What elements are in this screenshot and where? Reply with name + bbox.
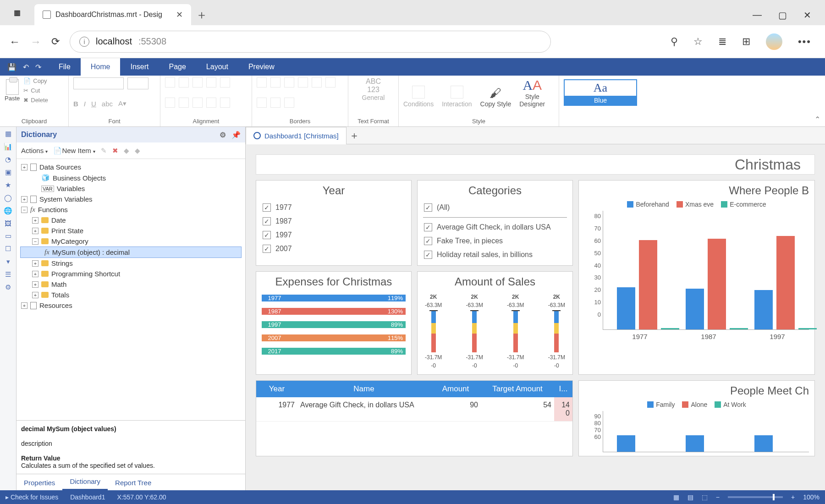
delete-button[interactable]: ✖Delete bbox=[23, 97, 48, 104]
node-programming[interactable]: Programming Shortcut bbox=[51, 270, 120, 278]
cat-retail[interactable]: Holiday retail sales, in billions bbox=[437, 251, 533, 259]
node-variables[interactable]: Variables bbox=[57, 185, 85, 192]
reload-button[interactable]: ⟳ bbox=[51, 36, 60, 48]
zoom-out-button[interactable]: − bbox=[716, 493, 720, 501]
tab-insert[interactable]: Insert bbox=[120, 58, 159, 76]
card-sales[interactable]: Amount of Sales 2K-63.3M-31.7M-02K-63.3M… bbox=[417, 271, 573, 375]
tool-gauge-icon[interactable]: ◔ bbox=[5, 155, 11, 164]
add-page-button[interactable]: ＋ bbox=[346, 129, 362, 142]
interaction-button[interactable]: Interaction bbox=[442, 86, 472, 108]
font-color-button[interactable]: A▾ bbox=[118, 99, 126, 108]
align-right-icon[interactable] bbox=[192, 77, 203, 88]
page-report-tree[interactable]: Report Tree bbox=[108, 475, 159, 490]
underline-button[interactable]: U bbox=[91, 100, 96, 108]
dictionary-tree[interactable]: +Data Sources 🧊Business Objects VARVaria… bbox=[16, 159, 245, 420]
style-gallery-selected[interactable]: Aa Blue bbox=[564, 79, 637, 106]
move-up-icon[interactable]: ◆ bbox=[124, 147, 129, 155]
maximize-icon[interactable]: ▢ bbox=[778, 10, 787, 21]
save-icon[interactable]: 💾 bbox=[7, 63, 16, 71]
node-system-variables[interactable]: System Variables bbox=[39, 195, 93, 203]
close-window-icon[interactable]: ✕ bbox=[803, 10, 811, 21]
border-t-icon[interactable] bbox=[284, 77, 294, 88]
strike-button[interactable]: abc bbox=[102, 100, 113, 108]
page-properties[interactable]: Properties bbox=[16, 475, 62, 490]
border-l-icon[interactable] bbox=[270, 77, 280, 88]
tool-list-icon[interactable]: ☰ bbox=[5, 270, 11, 279]
cat-all[interactable]: (All) bbox=[437, 203, 450, 212]
copy-button[interactable]: 📄Copy bbox=[23, 77, 48, 84]
move-down-icon[interactable]: ◆ bbox=[135, 147, 140, 155]
year-1977[interactable]: 1977 bbox=[275, 203, 292, 212]
browser-tab-active[interactable]: DashboardChristmas.mrt - Desig ✕ bbox=[34, 4, 191, 25]
font-size-select[interactable] bbox=[127, 77, 148, 89]
card-where-chart[interactable]: Where People B Beforehand Xmas eve E-com… bbox=[578, 180, 815, 375]
undo-icon[interactable]: ↶ bbox=[23, 63, 29, 71]
border-none-icon[interactable] bbox=[325, 77, 336, 88]
close-icon[interactable]: ✕ bbox=[176, 10, 183, 20]
node-my-category[interactable]: MyCategory bbox=[51, 237, 88, 245]
view-mode-icon[interactable]: ▦ bbox=[673, 493, 679, 501]
border-style-icon[interactable] bbox=[284, 98, 294, 108]
border-r-icon[interactable] bbox=[298, 77, 308, 88]
tool-progress-icon[interactable]: ◯ bbox=[4, 194, 12, 202]
collections-icon[interactable]: ⊞ bbox=[742, 36, 750, 48]
favorites-list-icon[interactable]: ≣ bbox=[718, 36, 726, 48]
year-2007[interactable]: 2007 bbox=[275, 245, 292, 253]
zoom-slider[interactable] bbox=[728, 496, 783, 498]
node-math[interactable]: Math bbox=[51, 280, 66, 288]
year-1987[interactable]: 1987 bbox=[275, 217, 292, 225]
node-resources[interactable]: Resources bbox=[39, 301, 72, 309]
align-center-icon[interactable] bbox=[179, 77, 189, 88]
node-date[interactable]: Date bbox=[51, 216, 66, 224]
more-menu-icon[interactable]: ••• bbox=[798, 36, 811, 48]
delete-item-icon[interactable]: ✖ bbox=[112, 147, 118, 155]
border-all-icon[interactable] bbox=[257, 77, 267, 88]
tool-text-icon[interactable]: ▭ bbox=[5, 232, 11, 240]
indent-icon[interactable] bbox=[206, 98, 216, 108]
cat-tree[interactable]: Fake Tree, in pieces bbox=[437, 237, 503, 245]
tool-more-icon[interactable]: ⚙ bbox=[5, 283, 11, 291]
pin-icon[interactable]: 📌 bbox=[231, 131, 241, 139]
node-functions[interactable]: Functions bbox=[38, 206, 68, 214]
rotate-icon[interactable] bbox=[206, 77, 216, 88]
node-print-state[interactable]: Print State bbox=[51, 227, 83, 235]
collapse-ribbon-icon[interactable]: ⌃ bbox=[810, 112, 825, 126]
style-designer-button[interactable]: AAStyle Designer bbox=[519, 77, 545, 108]
textformat-general[interactable]: General bbox=[353, 94, 394, 101]
new-tab-button[interactable]: ＋ bbox=[191, 4, 212, 25]
view-units-icon[interactable]: ⬚ bbox=[702, 493, 708, 501]
cat-gift[interactable]: Average Gift Check, in dollars USA bbox=[437, 223, 551, 231]
conditions-button[interactable]: Conditions bbox=[403, 86, 434, 108]
favorite-icon[interactable]: ☆ bbox=[693, 36, 703, 48]
actions-menu[interactable]: Actions ▾ bbox=[21, 147, 48, 154]
cut-button[interactable]: ✂Cut bbox=[23, 87, 48, 94]
node-business-objects[interactable]: Business Objects bbox=[53, 174, 106, 182]
zoom-value[interactable]: 100% bbox=[803, 493, 820, 501]
edit-icon[interactable]: ✎ bbox=[101, 147, 107, 155]
card-meet-chart[interactable]: People Meet Ch Family Alone At Work 9080… bbox=[578, 380, 815, 456]
tab-file[interactable]: File bbox=[49, 58, 81, 76]
year-1997[interactable]: 1997 bbox=[275, 231, 292, 239]
tab-overview-icon[interactable]: ▦ bbox=[0, 0, 34, 25]
italic-button[interactable]: I bbox=[84, 100, 86, 108]
valign-mid-icon[interactable] bbox=[179, 98, 189, 108]
tab-home[interactable]: Home bbox=[81, 58, 121, 76]
tool-image-icon[interactable]: 🖼 bbox=[5, 219, 11, 227]
copy-style-button[interactable]: 🖌Copy Style bbox=[480, 86, 512, 108]
font-family-select[interactable] bbox=[73, 77, 124, 89]
card-expenses[interactable]: Expenses for Christmas 1977119%1987130%1… bbox=[256, 271, 412, 375]
tool-chart-icon[interactable]: 📊 bbox=[4, 142, 12, 151]
view-grid-icon[interactable]: ▤ bbox=[688, 493, 693, 501]
tab-layout[interactable]: Layout bbox=[196, 58, 238, 76]
minimize-icon[interactable]: ― bbox=[753, 10, 762, 21]
paste-button[interactable]: Paste bbox=[5, 79, 20, 102]
document-tab[interactable]: Dashboard1 [Christmas] bbox=[246, 127, 346, 144]
fill-icon[interactable] bbox=[257, 98, 267, 108]
node-data-sources[interactable]: Data Sources bbox=[39, 163, 81, 171]
design-surface[interactable]: Christmas Year ✓1977 ✓1987 ✓1997 ✓2007 C… bbox=[246, 144, 825, 490]
node-strings[interactable]: Strings bbox=[51, 259, 73, 267]
zoom-in-button[interactable]: + bbox=[791, 493, 795, 501]
dashboard-title[interactable]: Christmas bbox=[256, 154, 815, 175]
align-left-icon[interactable] bbox=[165, 77, 175, 88]
address-bar[interactable]: i localhost:55308 bbox=[70, 31, 551, 53]
